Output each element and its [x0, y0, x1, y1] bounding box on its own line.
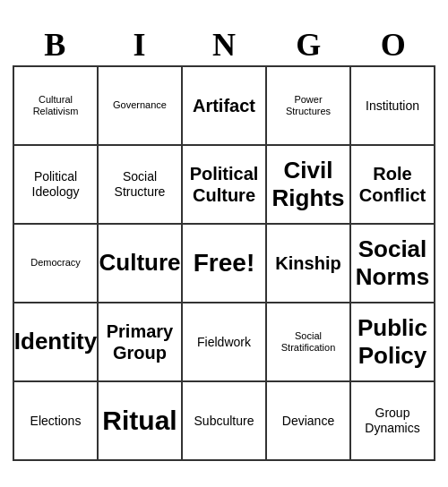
cell-text: Ritual [102, 405, 177, 437]
bingo-cell: Governance [99, 67, 183, 146]
bingo-cell: Institution [351, 67, 435, 146]
bingo-cell: Kinship [267, 225, 351, 303]
cell-text: Kinship [275, 252, 340, 274]
bingo-cell: Public Policy [351, 303, 435, 382]
bingo-cell: Democracy [14, 225, 99, 303]
cell-text: Institution [366, 98, 419, 114]
cell-text: Political Ideology [18, 169, 93, 200]
bingo-cell: Elections [14, 382, 99, 461]
cell-text: Governance [113, 99, 167, 111]
bingo-header: BINGO [13, 26, 435, 64]
bingo-card: BINGO Cultural RelativismGovernanceArtif… [9, 22, 439, 465]
header-letter: B [15, 26, 94, 64]
bingo-cell: Deviance [267, 382, 351, 461]
bingo-cell: Primary Group [99, 303, 183, 382]
bingo-cell: Fieldwork [183, 303, 267, 382]
bingo-cell: Power Structures [267, 67, 351, 146]
header-letter: N [185, 26, 263, 64]
bingo-cell: Cultural Relativism [14, 67, 99, 146]
header-letter: G [269, 26, 348, 64]
bingo-cell: Subculture [183, 382, 267, 461]
cell-text: Fieldwork [197, 335, 251, 350]
header-letter: I [100, 26, 179, 64]
bingo-cell: Political Ideology [14, 146, 99, 225]
cell-text: Social Structure [102, 169, 177, 200]
cell-text: Artifact [193, 95, 255, 116]
bingo-cell: Free! [183, 225, 267, 303]
bingo-grid: Cultural RelativismGovernanceArtifactPow… [13, 65, 435, 461]
bingo-cell: Ritual [99, 382, 183, 461]
cell-text: Free! [194, 248, 254, 278]
bingo-cell: Social Structure [99, 146, 183, 225]
bingo-cell: Social Norms [351, 225, 435, 303]
cell-text: Primary Group [102, 320, 177, 363]
bingo-cell: Political Culture [183, 146, 267, 225]
cell-text: Role Conflict [355, 163, 430, 206]
cell-text: Public Policy [355, 314, 430, 370]
cell-text: Identity [14, 328, 97, 355]
cell-text: Social Norms [355, 235, 430, 291]
cell-text: Subculture [194, 414, 254, 429]
bingo-cell: Group Dynamics [351, 382, 435, 461]
bingo-cell: Culture [99, 225, 183, 303]
cell-text: Group Dynamics [355, 406, 430, 436]
bingo-cell: Social Stratification [267, 303, 351, 382]
cell-text: Power Structures [271, 94, 346, 117]
cell-text: Deviance [282, 414, 334, 429]
bingo-cell: Civil Rights [267, 146, 351, 225]
cell-text: Civil Rights [271, 157, 346, 212]
cell-text: Political Culture [186, 163, 262, 206]
bingo-cell: Artifact [183, 67, 267, 146]
cell-text: Culture [99, 249, 181, 277]
cell-text: Democracy [30, 257, 81, 269]
header-letter: O [354, 26, 433, 64]
bingo-cell: Role Conflict [351, 146, 435, 225]
bingo-cell: Identity [14, 303, 99, 382]
cell-text: Cultural Relativism [18, 94, 93, 117]
cell-text: Social Stratification [271, 330, 346, 354]
cell-text: Elections [30, 414, 82, 429]
